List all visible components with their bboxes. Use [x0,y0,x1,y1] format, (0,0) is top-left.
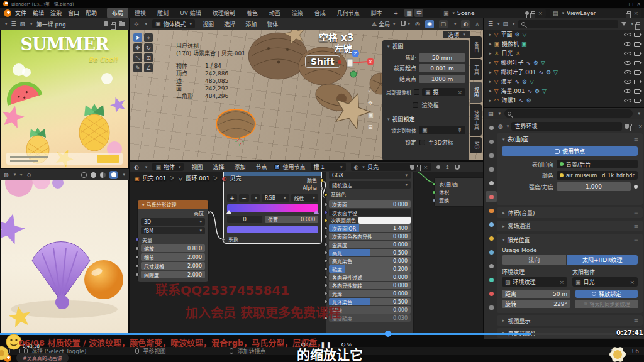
rotation-slider[interactable]: 旋转229° [502,300,570,308]
ramp-alpha-socket[interactable] [320,187,324,190]
shading-wireframe-icon[interactable] [81,172,87,178]
ramp-factor-socket[interactable] [221,238,225,241]
orientation-dropdown[interactable]: ⟁全局▾ [372,20,396,28]
world-name-field[interactable]: 世界环境 [511,122,622,131]
shader-node-area[interactable]: ▾ 马氏分形纹理 高度 3D▾ fBM▾ 矢量 缩放0.810 细节2.000 … [130,172,483,334]
surface-panel-title[interactable]: 表(曲)面 [508,135,529,143]
select-tool-icon[interactable]: ➤ [133,33,142,42]
outliner-row-camera[interactable]: ▸▣摄像机▣ [484,39,644,48]
minimize-button[interactable]: — [621,1,626,7]
image-filename[interactable]: 第一课.png [36,20,66,28]
material-selector[interactable]: ◐▾ 贝壳 × [351,163,431,171]
bsdf-clearcoat-row[interactable]: 清漆0.000 [329,306,411,314]
material-properties-tab[interactable] [486,288,497,299]
musgrave-node[interactable]: ▾ 马氏分形纹理 高度 3D▾ fBM▾ 矢量 缩放0.810 细节2.000 … [137,200,209,282]
tool-properties-tab[interactable] [486,122,497,133]
world-properties-tab[interactable] [486,191,497,202]
overlays-icon[interactable]: ▢ [439,20,448,28]
outliner-search[interactable] [518,20,619,28]
scene-selector[interactable]: ▣▾ Scene × [440,9,546,18]
ramp-interpolation-dropdown[interactable]: 线性▾ [291,194,319,202]
bsdf-subsurface-aniso-row[interactable]: 次表面色各向异性0.000 [329,233,411,240]
active-tool-toggle-icon[interactable]: ◉ [425,20,434,28]
local-camera-field[interactable]: ▣摄…× [422,88,465,96]
strength-slider[interactable]: 1.000 [557,182,631,191]
constraints-properties-tab[interactable] [486,260,497,272]
image-editor-type-icon[interactable]: ☰ [11,21,16,27]
ime-indicator[interactable]: 中 [414,9,423,17]
env-texture-field[interactable]: ▨环境纹理× [502,277,567,287]
rotate-tool-icon[interactable]: ↻ [144,43,153,52]
ortho-toggle-icon[interactable]: ⊞ [368,124,374,130]
unlink-icon[interactable]: × [423,164,428,170]
workspace-tab-scripting[interactable]: 脚本 [366,8,387,18]
viewport-display-panel[interactable]: ▸视图显示≡ [497,315,643,326]
gizmo-icon[interactable]: ◇ [27,172,31,178]
output-properties-tab[interactable] [486,150,497,161]
bsdf-aniso-rotation-row[interactable]: 各向异性旋转0.000 [329,282,411,289]
viewport-editor-icon[interactable]: ⊹ [134,21,139,27]
collapse-icon[interactable]: ▾ [5,21,8,26]
render-visibility-toggle[interactable] [634,99,640,103]
camera-view-icon[interactable]: ▣ [368,112,374,118]
transform-gizmo[interactable]: X Z [336,49,377,80]
fake-user-icon[interactable] [625,124,629,129]
slot-dropdown[interactable]: 槽 1▾ [311,163,346,171]
copy-icon[interactable] [631,124,635,128]
render-visibility-toggle[interactable] [634,80,640,84]
hide-eye-toggle[interactable] [624,60,631,66]
n-tab-quick[interactable]: 快速工具 [470,104,482,136]
pan-icon[interactable]: ✥ [368,100,374,106]
maximize-button[interactable]: □ [629,1,634,7]
musgrave-type-dropdown[interactable]: fBM▾ [141,227,205,234]
properties-type-icon[interactable]: ▤ [488,111,494,117]
shading-material-icon[interactable] [100,172,106,178]
hide-eye-toggle[interactable] [624,31,631,38]
bsdf-sheen-tint-row[interactable]: 光泽染色0.500 [329,298,411,305]
shading-solid-icon[interactable] [91,172,96,178]
sun-object-field[interactable]: ▣日光× [572,277,638,287]
focal-field[interactable]: 50 mm [419,53,465,62]
use-nodes-checkbox[interactable] [274,164,280,170]
rewind-10-button[interactable]: ↺10 [301,341,311,348]
bsdf-subsurface-color-row[interactable]: 次表面颜色 [329,217,411,224]
render-visibility-toggle[interactable] [634,52,640,56]
transform-tool-icon[interactable]: ⊞ [144,53,153,62]
bsdf-subsurface-row[interactable]: 次表面0.000 [329,200,411,208]
bsdf-aniso-row[interactable]: 各向异性过滤0.000 [329,273,411,281]
viewport-menu-add[interactable]: 添加 [243,19,259,29]
outliner-row-leaf[interactable]: ▸▽椰树叶子∿⚙▽ [484,58,644,67]
shader-menu-view[interactable]: 视图 [189,162,205,172]
bsdf-specular-row[interactable]: 高光0.500 [329,249,411,256]
ramp-stop-right[interactable] [314,210,319,214]
workspace-tab-rendering[interactable]: 渲染 [287,8,308,18]
hide-eye-toggle[interactable] [624,88,631,94]
shader-menu-add[interactable]: 添加 [231,162,248,172]
eyedropper-icon[interactable]: ✎ [456,126,464,134]
render-visibility-toggle[interactable] [634,42,640,47]
remove-viewlayer-icon[interactable]: × [633,10,638,16]
pin-icon[interactable] [525,11,529,15]
mode-normal-button[interactable]: 法向 [502,255,566,265]
render-visibility-toggle[interactable] [634,61,640,65]
volume-socket[interactable] [432,190,436,194]
animate-dot-icon[interactable] [634,185,638,189]
bsdf-subsurface-radius-row[interactable]: 次表面半径 [329,209,411,216]
colorramp-node[interactable]: 颜色 Alpha + − ▾ RGB▾ 线性▾ 0 位置0.000 系数 [223,172,322,244]
object-properties-tab[interactable] [486,205,497,216]
parent-node-tree-icon[interactable]: ↥ [445,164,450,170]
viewport-menu-select[interactable]: 选择 [221,19,238,29]
bsdf-roughness-row[interactable]: 糙度0.200 [329,265,411,273]
hide-eye-toggle[interactable] [624,79,631,85]
view-lock-title[interactable]: 视图锁定 [392,115,415,123]
subsurface-color-swatch[interactable] [358,217,411,224]
world-icon[interactable]: ◍ [498,123,503,129]
musgrave-output-socket[interactable] [207,211,211,214]
ramp-color-swatch[interactable] [227,226,318,233]
vector-socket[interactable] [135,238,139,241]
texture-properties-tab[interactable] [486,302,497,313]
outliner-type-icon[interactable]: ☰ [488,21,493,27]
menu-edit[interactable]: 编辑 [30,8,47,18]
render-region-checkbox[interactable] [413,102,418,108]
surface-value-field[interactable]: 背景/后台 [557,160,638,168]
